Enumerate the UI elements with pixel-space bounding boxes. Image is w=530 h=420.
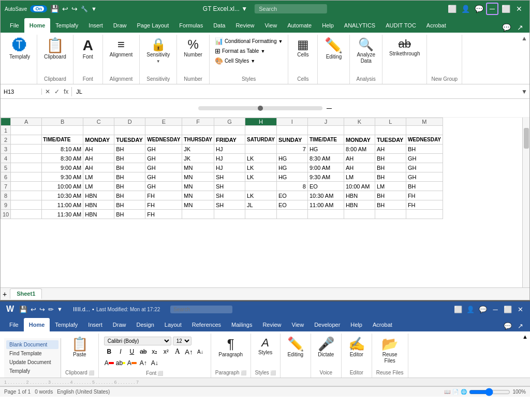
cell-a6[interactable]	[11, 172, 42, 182]
save-icon[interactable]: 💾	[50, 5, 59, 13]
cell-e8[interactable]: FH	[145, 191, 182, 200]
cell-d8[interactable]: BH	[114, 191, 145, 200]
cell-m7[interactable]: BH	[406, 182, 443, 191]
cell-m10[interactable]	[406, 210, 443, 219]
row-header-5[interactable]: 5	[1, 163, 11, 172]
cell-reference-box[interactable]: H13	[1, 89, 42, 95]
cell-h2[interactable]: SATURDAY	[245, 135, 276, 144]
col-header-g[interactable]: G	[214, 118, 245, 126]
cell-b3[interactable]: 8:10 AM	[42, 144, 83, 154]
font-name-select[interactable]: Calibri (Body)	[104, 337, 171, 345]
restore-button[interactable]: ⬜	[499, 3, 512, 15]
comments-button[interactable]: 💬	[473, 3, 485, 15]
cell-m4[interactable]: GH	[406, 154, 443, 163]
close-button[interactable]: ✕	[513, 3, 525, 15]
highlight-color-button[interactable]: ab	[115, 358, 126, 368]
cell-a5[interactable]	[11, 163, 42, 172]
cell-j6[interactable]: 9:30 AM	[307, 172, 344, 182]
cell-a7[interactable]	[11, 182, 42, 191]
cell-k2[interactable]: MONDAY	[344, 135, 375, 144]
word-tab-file[interactable]: File	[4, 318, 24, 331]
cell-h10[interactable]	[245, 210, 276, 219]
row-header-7[interactable]: 7	[1, 182, 11, 191]
word-clipboard-expand-icon[interactable]: ⬜	[89, 370, 94, 375]
cell-i5[interactable]: HG	[276, 163, 307, 172]
font-size-select[interactable]: 12	[173, 337, 192, 345]
word-search-input[interactable]	[170, 306, 232, 313]
row-header-1[interactable]: 1	[1, 126, 11, 135]
cell-g8[interactable]: SH	[214, 191, 245, 200]
word-sidebar-update-doc[interactable]: Update Document	[6, 358, 58, 367]
col-header-c[interactable]: C	[83, 118, 114, 126]
cell-m9[interactable]: FH	[406, 200, 443, 210]
cell-b4[interactable]: 8:30 AM	[42, 154, 83, 163]
word-tab-acrobat[interactable]: Acrobat	[367, 318, 398, 331]
cell-c2[interactable]: MONDAY	[83, 135, 114, 144]
word-restore-button[interactable]: ⬜	[502, 303, 513, 315]
ribbon-display-button[interactable]: ⬜	[446, 3, 458, 15]
cell-l4[interactable]: BH	[375, 154, 406, 163]
cell-m3[interactable]: BH	[406, 144, 443, 154]
font-size-decrease2[interactable]: A↓	[150, 358, 160, 368]
cell-g10[interactable]	[214, 210, 245, 219]
cell-e7[interactable]: GH	[145, 182, 182, 191]
word-tab-insert[interactable]: Insert	[83, 318, 108, 331]
cell-g9[interactable]: SH	[214, 200, 245, 210]
editing-button[interactable]: ✏️ Editing	[322, 37, 345, 62]
cell-k1[interactable]	[344, 126, 375, 135]
cell-d3[interactable]: BH	[114, 144, 145, 154]
cell-m1[interactable]	[406, 126, 443, 135]
cell-i7[interactable]: 8	[276, 182, 307, 191]
row-header-2[interactable]: 2	[1, 135, 11, 144]
cell-i1[interactable]	[276, 126, 307, 135]
cell-k10[interactable]	[344, 210, 375, 219]
underline-button[interactable]: U	[127, 346, 137, 357]
cell-e3[interactable]: GH	[145, 144, 182, 154]
col-header-h[interactable]: H	[245, 118, 276, 126]
cell-f1[interactable]	[182, 126, 214, 135]
cell-j8[interactable]: 10:30 AM	[307, 191, 344, 200]
cell-f2[interactable]: THURSDAY	[182, 135, 214, 144]
tab-view[interactable]: View	[259, 18, 282, 33]
word-tab-design[interactable]: Design	[131, 318, 159, 331]
cell-f3[interactable]: JK	[182, 144, 214, 154]
cell-h1[interactable]	[245, 126, 276, 135]
word-sidebar-templafy[interactable]: Templafy	[6, 367, 58, 375]
cell-m6[interactable]: GH	[406, 172, 443, 182]
cell-g2[interactable]: FRIDAY	[214, 135, 245, 144]
word-paragraph-expand-icon[interactable]: ⬜	[241, 370, 246, 375]
word-minimize-button[interactable]: ─	[490, 303, 501, 315]
cell-i9[interactable]: EO	[276, 200, 307, 210]
cell-a10[interactable]	[11, 210, 42, 219]
cell-c10[interactable]: HBN	[83, 210, 114, 219]
cell-a1[interactable]	[11, 126, 42, 135]
word-paste-button[interactable]: 📋 Paste	[69, 336, 91, 359]
cell-g3[interactable]: HJ	[214, 144, 245, 154]
cell-b6[interactable]: 9:30 AM	[42, 172, 83, 182]
word-zoom-slider[interactable]	[469, 388, 510, 396]
tab-file[interactable]: File	[5, 18, 24, 33]
formula-expand-icon[interactable]: ▼	[519, 88, 529, 95]
cell-e5[interactable]: GH	[145, 163, 182, 172]
cell-styles-button[interactable]: 🎨 Cell Styles ▼	[214, 56, 256, 65]
cell-l1[interactable]	[375, 126, 406, 135]
tab-help[interactable]: Help	[317, 18, 339, 33]
cell-g6[interactable]: SH	[214, 172, 245, 182]
tab-audit[interactable]: AUDIT TOC	[380, 18, 421, 33]
cell-c7[interactable]: LM	[83, 182, 114, 191]
tab-draw[interactable]: Draw	[108, 18, 132, 33]
alignment-button[interactable]: ≡ Alignment	[107, 37, 135, 60]
cell-f7[interactable]: MN	[182, 182, 214, 191]
row-header-4[interactable]: 4	[1, 154, 11, 163]
word-editor-button[interactable]: ✍️ Editor	[346, 336, 367, 359]
shrink-font-button[interactable]: A↓	[195, 346, 205, 357]
redo-icon[interactable]: ↪	[71, 5, 78, 13]
cell-b5[interactable]: 9:00 AM	[42, 163, 83, 172]
word-reuse-button[interactable]: 📂 ReuseFiles	[379, 336, 401, 366]
scrollbar-thumb[interactable]	[524, 128, 529, 149]
sensitivity-button[interactable]: 🔒 Sensitivity ▼	[144, 37, 172, 65]
word-dictate-button[interactable]: 🎤 Dictate	[315, 336, 337, 359]
cell-b8[interactable]: 10:30 AM	[42, 191, 83, 200]
cell-a4[interactable]	[11, 154, 42, 163]
cell-c6[interactable]: LM	[83, 172, 114, 182]
